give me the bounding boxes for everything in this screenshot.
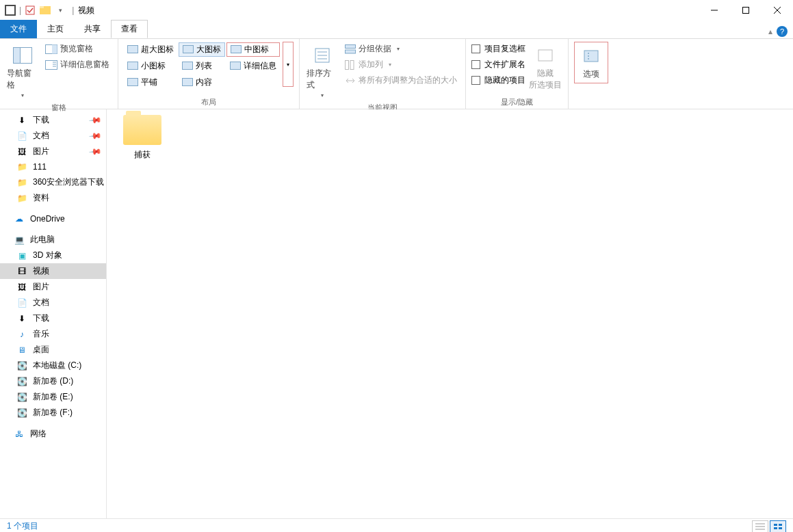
folder-item[interactable]: 捕获 [115,115,170,161]
cube-icon: ▣ [16,250,27,261]
view-switcher [752,520,786,533]
sort-icon [311,44,333,66]
layout-content[interactable]: 内容 [179,76,225,89]
nav-label: 文档 [33,297,49,308]
disk-icon: 💽 [16,408,27,418]
pin-icon: 📌 [88,144,102,158]
svg-rect-33 [774,524,777,526]
folder-icon: 📁 [16,177,27,188]
addcolumn-button[interactable]: 添加列▾ [342,57,460,72]
nav-disk-f[interactable]: 💽新加卷 (F:) [0,405,106,421]
preview-pane-icon [45,44,57,54]
layout-large[interactable]: 大图标 [179,42,225,57]
navigation-pane-button[interactable]: 导航窗格 ▾ [5,42,40,101]
details-pane-button[interactable]: 详细信息窗格 [42,57,112,72]
folder-icon[interactable] [39,4,51,16]
layout-xlarge[interactable]: 超大图标 [124,43,177,56]
nav-thispc[interactable]: 💻此电脑 [0,232,106,248]
view-icons-button[interactable] [770,520,786,533]
autosize-button[interactable]: 将所有列调整为合适的大小 [342,73,460,88]
layout-xlarge-label: 超大图标 [141,44,174,55]
nav-documents2[interactable]: 📄文档 [0,295,106,310]
layout-medium[interactable]: 中图标 [226,42,280,57]
nav-documents[interactable]: 📄文档📌 [0,128,106,144]
sort-button[interactable]: 排序方式 ▾ [305,42,339,101]
checkbox-item-checkboxes[interactable]: 项目复选框 [471,42,525,56]
nav-onedrive[interactable]: ☁OneDrive [0,211,106,226]
document-icon: 📄 [16,297,27,308]
chevron-down-icon: ▾ [21,92,24,98]
nav-folder-data[interactable]: 📁资料 [0,190,106,206]
checkbox-hidden-items[interactable]: 隐藏的项目 [471,73,525,88]
properties-icon[interactable] [24,4,36,16]
layout-more-button[interactable]: ▾ [283,42,294,87]
nav-label: 新加卷 (D:) [33,375,73,387]
nav-pictures[interactable]: 🖼图片📌 [0,144,106,159]
large-icon [183,45,194,53]
chevron-down-icon[interactable]: ▾ [54,4,66,16]
nav-downloads[interactable]: ⬇下载📌 [0,112,106,128]
view-details-button[interactable] [752,520,768,533]
help-button[interactable]: ? [777,26,788,37]
svg-rect-1 [6,6,14,14]
nav-label: 下载 [33,312,49,324]
groupby-button[interactable]: 分组依据▾ [342,42,460,56]
pin-icon: 📌 [88,129,102,142]
checkbox-icon [471,60,480,69]
nav-downloads2[interactable]: ⬇下载 [0,310,106,326]
addcolumn-icon [345,60,356,70]
preview-pane-button[interactable]: 预览窗格 [42,42,112,56]
nav-folder-360[interactable]: 📁360安全浏览器下载 [0,174,106,190]
content-area[interactable]: 捕获 [107,109,793,518]
layout-list[interactable]: 列表 [179,59,225,72]
maximize-button[interactable] [730,0,762,21]
pin-icon: 📌 [88,113,102,127]
nav-label: 111 [33,162,47,172]
checkbox-label: 项目复选框 [484,43,525,55]
checkbox-icon [471,44,480,53]
layout-tiles[interactable]: 平铺 [124,76,177,89]
tab-share[interactable]: 共享 [74,20,111,38]
svg-point-29 [588,58,589,59]
ribbon-group-panes: 导航窗格 ▾ 预览窗格 详细信息窗格 窗格 [0,39,118,109]
nav-desktop[interactable]: 🖥桌面 [0,342,106,358]
nav-label: OneDrive [30,214,65,224]
svg-rect-6 [743,8,749,14]
nav-pictures2[interactable]: 🖼图片 [0,279,106,295]
nav-disk-d[interactable]: 💽新加卷 (D:) [0,373,106,389]
disk-icon: 💽 [16,392,27,403]
navigation-pane-label: 导航窗格 [7,68,38,91]
layout-small[interactable]: 小图标 [124,59,177,72]
nav-disk-c[interactable]: 💽本地磁盘 (C:) [0,358,106,373]
svg-rect-34 [779,524,782,526]
nav-folder-111[interactable]: 📁111 [0,159,106,174]
navigation-tree[interactable]: ⬇下载📌 📄文档📌 🖼图片📌 📁111 📁360安全浏览器下载 📁资料 ☁One… [0,109,107,518]
options-button[interactable]: 选项 [574,42,608,83]
svg-point-27 [588,53,589,54]
layout-small-label: 小图标 [141,60,166,72]
nav-3dobjects[interactable]: ▣3D 对象 [0,248,106,263]
qat-separator: | [19,5,21,15]
nav-music[interactable]: ♪音乐 [0,326,106,342]
xlarge-icon [127,45,138,53]
tab-view[interactable]: 查看 [111,20,148,38]
nav-disk-e[interactable]: 💽新加卷 (E:) [0,389,106,405]
nav-network[interactable]: 🖧网络 [0,426,106,442]
checkbox-file-extensions[interactable]: 文件扩展名 [471,57,525,72]
tab-file[interactable]: 文件 [0,20,37,38]
tiles-icon [127,78,138,86]
hide-selected-button[interactable]: 隐藏 所选项目 [528,42,562,94]
minimize-ribbon-icon[interactable]: ▴ [768,27,772,36]
group-label-layout: 布局 [124,96,294,107]
svg-rect-24 [350,60,354,69]
minimize-button[interactable] [699,0,730,21]
close-button[interactable] [762,0,793,21]
tab-home[interactable]: 主页 [37,20,74,38]
quick-access-toolbar: | ▾ [4,4,66,16]
nav-videos[interactable]: 🎞视频 [0,263,106,279]
svg-rect-21 [346,44,356,48]
layout-details[interactable]: 详细信息 [226,59,280,72]
folder-icon: 📁 [16,161,27,172]
picture-icon: 🖼 [16,282,27,293]
medium-icon [231,45,242,53]
